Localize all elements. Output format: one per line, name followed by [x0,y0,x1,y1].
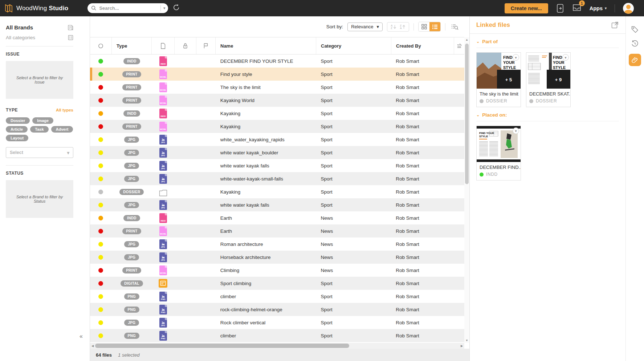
create-new-button[interactable]: Create new... [505,3,548,13]
file-name: Kayaking [216,124,316,129]
column-category[interactable]: Category [316,37,391,54]
sidebar-collapse-button[interactable]: « [80,333,83,340]
scroll-down-arrow[interactable]: ▼ [464,338,469,343]
status-dot [98,242,103,247]
sort-select[interactable]: Relevance ▾ [347,23,383,31]
table-row[interactable]: PNGPNGclimberSportRob Smart [90,329,464,342]
search-input[interactable] [99,5,159,11]
refresh-icon[interactable] [172,4,180,13]
column-settings-button[interactable] [454,37,465,54]
type-chips: Dossier Image Article Task Advert Layout [6,117,73,141]
search-box[interactable]: ▾ [87,3,168,13]
table-row[interactable]: PRINTWCMLFind your styleSportRob Smart [90,68,464,81]
grid-view-button[interactable] [419,22,429,31]
chip-image[interactable]: Image [32,117,53,124]
table-body: INDDINDDDECEMBER FIND YOUR STYLESportRob… [90,54,464,343]
chip-article[interactable]: Article [6,126,28,133]
scroll-left-arrow[interactable]: ◀ [90,344,95,348]
chip-dossier[interactable]: Dossier [6,117,30,124]
column-created-by[interactable]: Created By [391,37,454,54]
open-in-new-icon[interactable] [611,21,619,29]
table-row[interactable]: PRINTWCMLClimbingNewsRob Smart [90,264,464,277]
table-row[interactable]: JPGJPGwhite water kayak fallsSportRob Sm… [90,198,464,211]
export-icon[interactable] [556,4,564,13]
table-row[interactable]: PRINTWCMLEarthNewsRob Smart [90,224,464,238]
list-view-button[interactable] [429,22,440,31]
scroll-right-arrow[interactable]: ▶ [459,344,464,348]
type-select[interactable]: Select ▾ [6,147,73,158]
brand-icon[interactable] [68,25,73,31]
table-row[interactable]: JPGJPGRoman architectureNewsRob Smart [90,238,464,251]
all-types-link[interactable]: All types [56,108,73,112]
categories-icon[interactable] [68,35,73,40]
file-category: News [316,228,391,234]
file-name: climber [216,333,316,338]
tags-panel-button[interactable] [631,25,639,33]
file-category: Sport [316,137,391,142]
table-row[interactable]: JPGJPGwhite water kayak_boulderSportRob … [90,146,464,159]
table-row[interactable]: PNGPNGclimberSportRob Smart [90,290,464,303]
table-row[interactable]: JPGJPGRock climber verticalSportRob Smar… [90,316,464,329]
table-row[interactable]: JPGJPGwhite water kayak fallsSportRob Sm… [90,159,464,172]
sidebar-divider2 [6,165,73,166]
table-row[interactable]: JPGJPGwhite_water_kayaking_rapidsSportRo… [90,133,464,146]
card-menu-chevron[interactable]: ▾ [562,54,569,61]
table-row[interactable]: DOSSIERKayakingSportRob Smart [90,185,464,198]
file-name: Rock climber vertical [216,320,316,325]
brand-selector[interactable]: All Brands [6,24,33,31]
card-menu-chevron[interactable]: ▾ [513,127,519,134]
chip-layout[interactable]: Layout [6,135,28,141]
card-status: DOSSIER [526,98,570,107]
column-locked[interactable] [175,37,196,54]
status-dot [98,255,103,260]
user-avatar[interactable] [623,3,634,14]
linked-file-card[interactable]: FINDYOURSTYLESUSAN+ 9▾DECEMBER SKAT...DO… [526,52,571,107]
column-file-format[interactable] [152,37,175,54]
inbox-tray[interactable]: 1 [572,3,582,13]
apps-menu[interactable]: Apps▾ [590,5,607,11]
card-thumbnail[interactable]: FINDYOURSTYLESUSAN+ 9▾ [526,53,570,89]
sort-descending-button[interactable]: ZA [400,24,405,29]
category-selector[interactable]: All categories [6,35,35,40]
table-row[interactable]: PRINTWCMLKayaking WorldSportRob Smart [90,94,464,107]
history-panel-button[interactable] [631,40,639,48]
type-badge: PRINT [122,71,141,77]
column-name[interactable]: Name [216,37,316,54]
table-row[interactable]: INDDINDDDECEMBER FIND YOUR STYLESportRob… [90,54,464,68]
chip-advert[interactable]: Advert [51,126,73,133]
column-flag[interactable] [196,37,216,54]
detail-view-button[interactable] [450,22,460,31]
column-type[interactable]: Type [112,37,152,54]
linked-file-card[interactable]: FIND YOURSTYLE▾DECEMBER FIND...INDD [476,126,521,180]
chip-task[interactable]: Task [30,126,48,133]
column-status[interactable] [90,37,112,54]
table-row[interactable]: PRINTWCMLKayakingSportRob Smart [90,120,464,133]
table-row[interactable]: PNGPNGrock-climbing-helmet-orangeSportRo… [90,303,464,316]
horizontal-scroll-thumb[interactable] [95,344,349,348]
section-placed-on[interactable]: ⌄ Placed on: [476,112,619,118]
type-select-value: Select [10,150,23,155]
card-thumbnail[interactable]: FINDYOURSTYLESUSAN+ 5▾ [477,53,521,89]
table-row[interactable]: PRINTWCMLThe sky is the limitSportRob Sm… [90,81,464,94]
linked-file-card[interactable]: FINDYOURSTYLESUSAN+ 5▾The sky is the lim… [476,52,521,107]
card-menu-chevron[interactable]: ▾ [513,54,519,61]
vertical-scrollbar[interactable]: ▲ ▼ [464,37,469,343]
indd-file-icon: INDD [159,56,167,66]
file-name: Horseback architecture [216,255,316,260]
horizontal-scrollbar[interactable]: ◀ ▶ [90,343,464,349]
table-row[interactable]: DIGITALSport climbingSportRob Smart [90,277,464,290]
table-row[interactable]: JPGJPGHorseback architectureNewsRob Smar… [90,251,464,264]
card-thumbnail[interactable]: FIND YOURSTYLE▾ [477,126,521,162]
table-row[interactable]: INDDINDDEarthNewsRob Smart [90,211,464,224]
sort-ascending-button[interactable]: AZ [391,24,396,29]
table-row[interactable]: INDDINDDKayakingSportRob Smart [90,107,464,120]
file-created-by: Rob Smart [391,85,454,90]
indd-file-icon: INDD [159,213,167,223]
section-part-of[interactable]: ⌄ Part of [476,39,619,44]
vertical-scroll-thumb[interactable] [465,44,469,184]
table-row[interactable]: JPGJPGwhite-water-kayak-small-fallsSport… [90,172,464,185]
search-scope-dropdown[interactable]: ▾ [163,6,166,11]
svg-text:STYLE: STYLE [553,65,566,70]
linked-files-panel-button[interactable] [629,54,641,66]
scroll-up-arrow[interactable]: ▲ [464,37,469,42]
